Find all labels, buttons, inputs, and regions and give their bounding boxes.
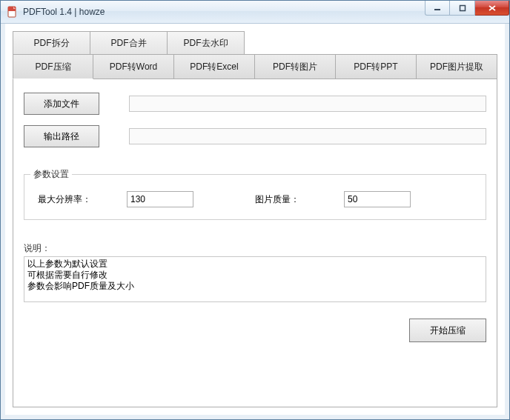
tab-split[interactable]: PDF拆分 bbox=[13, 31, 90, 55]
add-file-button[interactable]: 添加文件 bbox=[24, 93, 99, 115]
app-window: PDFTool 1.4 | howze PDF拆分 PDF合并 PDF去水印 P… bbox=[0, 0, 510, 420]
description-box: 以上参数为默认设置 可根据需要自行修改 参数会影响PDF质量及大小 bbox=[24, 256, 486, 302]
tab-compress[interactable]: PDF压缩 bbox=[13, 54, 93, 79]
tab-label: PDF转Excel bbox=[190, 61, 238, 73]
app-icon bbox=[7, 6, 19, 18]
tab-to-image[interactable]: PDF转图片 bbox=[254, 54, 336, 79]
start-row: 开始压缩 bbox=[24, 319, 486, 342]
image-quality-label: 图片质量： bbox=[255, 193, 344, 206]
tab-label: PDF压缩 bbox=[36, 61, 71, 73]
tab-to-excel[interactable]: PDF转Excel bbox=[173, 54, 255, 79]
maximize-icon bbox=[459, 4, 466, 12]
tab-row-1: PDF拆分 PDF合并 PDF去水印 bbox=[13, 31, 497, 55]
output-path-field[interactable] bbox=[129, 128, 486, 144]
minimize-button[interactable] bbox=[425, 1, 450, 16]
tab-label: PDF转PPT bbox=[354, 61, 397, 73]
minimize-icon bbox=[434, 4, 441, 12]
window-controls bbox=[425, 1, 509, 16]
window-title: PDFTool 1.4 | howze bbox=[23, 7, 105, 17]
button-label: 添加文件 bbox=[44, 98, 79, 110]
svg-rect-3 bbox=[460, 5, 465, 10]
tab-extract-images[interactable]: PDF图片提取 bbox=[416, 54, 497, 79]
close-button[interactable] bbox=[475, 1, 509, 16]
tab-to-ppt[interactable]: PDF转PPT bbox=[335, 54, 417, 79]
tab-label: PDF转图片 bbox=[273, 61, 317, 73]
close-icon bbox=[488, 4, 497, 12]
tab-page-compress: 添加文件 输出路径 参数设置 最大分辨率： 图片质量： bbox=[13, 79, 497, 407]
start-compress-button[interactable]: 开始压缩 bbox=[409, 319, 486, 342]
tab-label: PDF合并 bbox=[111, 37, 147, 50]
title-bar: PDFTool 1.4 | howze bbox=[1, 1, 509, 24]
tab-label: PDF拆分 bbox=[34, 37, 70, 50]
row-output-path: 输出路径 bbox=[24, 125, 486, 147]
params-groupbox: 参数设置 最大分辨率： 图片质量： bbox=[24, 174, 486, 220]
tab-row-2: PDF压缩 PDF转Word PDF转Excel PDF转图片 PDF转PPT … bbox=[13, 54, 497, 79]
params-row: 最大分辨率： 图片质量： bbox=[38, 191, 472, 207]
maximize-button[interactable] bbox=[450, 1, 475, 16]
params-legend: 参数设置 bbox=[30, 168, 72, 181]
tab-merge[interactable]: PDF合并 bbox=[90, 31, 168, 55]
row-add-file: 添加文件 bbox=[24, 93, 486, 115]
tab-label: PDF图片提取 bbox=[430, 61, 483, 73]
tab-label: PDF去水印 bbox=[184, 37, 228, 50]
tab-to-word[interactable]: PDF转Word bbox=[93, 54, 174, 79]
output-path-button[interactable]: 输出路径 bbox=[24, 125, 99, 147]
max-resolution-label: 最大分辨率： bbox=[38, 193, 127, 206]
input-file-field[interactable] bbox=[129, 96, 486, 112]
param-max-resolution: 最大分辨率： bbox=[38, 191, 255, 207]
button-label: 开始压缩 bbox=[430, 324, 466, 337]
button-label: 输出路径 bbox=[44, 130, 79, 143]
tab-watermark[interactable]: PDF去水印 bbox=[167, 31, 245, 55]
client-area: PDF拆分 PDF合并 PDF去水印 PDF压缩 PDF转Word PDF转Ex… bbox=[1, 24, 509, 419]
image-quality-input[interactable] bbox=[344, 191, 411, 207]
param-image-quality: 图片质量： bbox=[255, 191, 472, 207]
svg-rect-2 bbox=[434, 9, 440, 10]
tab-label: PDF转Word bbox=[110, 61, 157, 73]
max-resolution-input[interactable] bbox=[127, 191, 193, 207]
description-label: 说明： bbox=[24, 242, 486, 255]
